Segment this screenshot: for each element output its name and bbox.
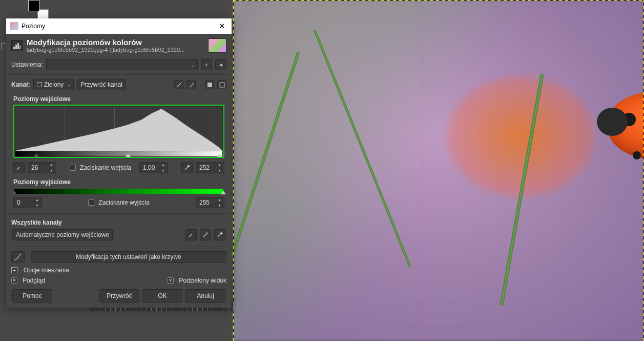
- expand-icon[interactable]: +: [11, 267, 17, 273]
- auto-levels-button[interactable]: Automatyczne poziomy wejściowe: [12, 229, 113, 240]
- channel-select[interactable]: Zielony ⌵: [33, 79, 74, 90]
- dialog-subtitle: ladybug-g1d6fe5b92_1920.jpg-4 ([ladybug-…: [27, 47, 184, 53]
- pick-gray-all[interactable]: [200, 229, 211, 240]
- pick-white-all[interactable]: [214, 229, 225, 240]
- input-high-spin[interactable]: 252▲▼: [196, 162, 224, 173]
- clamp-output-label: Zaciskanie wyjścia: [98, 199, 149, 206]
- output-gradient-bar[interactable]: [14, 189, 223, 194]
- presets-combo[interactable]: ⌵: [46, 59, 198, 70]
- svg-point-9: [206, 232, 208, 234]
- output-high-handle[interactable]: [221, 191, 226, 194]
- svg-rect-3: [19, 46, 20, 49]
- svg-point-8: [192, 232, 194, 234]
- histogram-plot: [15, 107, 222, 151]
- svg-point-7: [188, 165, 190, 167]
- clamp-output-checkbox[interactable]: [88, 199, 94, 206]
- reset-button[interactable]: Przywróć: [99, 289, 139, 303]
- cancel-button[interactable]: Anuluj: [185, 289, 225, 303]
- output-low-spin[interactable]: 0▲▼: [13, 197, 42, 208]
- pick-black-point[interactable]: [13, 162, 25, 173]
- clamp-input-checkbox[interactable]: [70, 165, 76, 171]
- input-low-spin[interactable]: 26▲▼: [28, 162, 56, 173]
- preset-add-button[interactable]: ＋: [201, 59, 212, 70]
- edit-as-curves-button[interactable]: Modyfikacja tych ustawień jako krzywe: [31, 251, 226, 263]
- help-button[interactable]: Pomoc: [12, 289, 52, 303]
- output-low-handle[interactable]: [12, 191, 17, 194]
- image-thumbnail: [208, 38, 226, 53]
- linear-hist-icon[interactable]: [174, 80, 183, 89]
- dialog-heading: Modyfikacja poziomów kolorów: [27, 38, 184, 47]
- svg-point-6: [19, 165, 22, 167]
- input-levels-label: Poziomy wejściowe: [9, 92, 228, 105]
- input-gamma-spin[interactable]: 1,00▲▼: [139, 162, 168, 173]
- ok-button[interactable]: OK: [142, 289, 182, 303]
- channel-value: Zielony: [44, 81, 64, 88]
- input-high-handle[interactable]: [217, 153, 222, 157]
- reset-channel-button[interactable]: Przywróć kanał: [77, 79, 126, 90]
- pick-white-point[interactable]: [181, 162, 193, 173]
- log-hist-icon[interactable]: [186, 80, 196, 89]
- blending-options-label: Opcje mieszania: [24, 267, 69, 274]
- output-high-spin[interactable]: 255▲▼: [196, 197, 224, 208]
- svg-point-10: [220, 232, 222, 234]
- split-view-label: Podzielony widok: [179, 277, 226, 284]
- clamp-input-label: Zaciskanie wejścia: [80, 164, 131, 171]
- output-levels-label: Poziomy wyjściowe: [9, 175, 228, 188]
- all-channels-label: Wszystkie kanały: [9, 216, 228, 228]
- presets-label: Ustawienia:: [11, 61, 43, 68]
- input-gamma-handle[interactable]: [126, 153, 131, 157]
- image-canvas[interactable]: [233, 0, 644, 341]
- input-gradient-bar[interactable]: [15, 151, 222, 156]
- levels-dialog: Poziomy ✕ Modyfikacja poziomów kolorów l…: [6, 18, 232, 308]
- channel-label: Kanał:: [11, 81, 30, 88]
- preset-menu-button[interactable]: ◂: [215, 59, 226, 70]
- color-swatches[interactable]: [28, 0, 49, 21]
- app-icon: [10, 22, 18, 30]
- svg-rect-4: [207, 83, 212, 87]
- curves-icon: [11, 251, 25, 263]
- pick-black-all[interactable]: [185, 229, 197, 240]
- preview-checkbox[interactable]: [11, 277, 17, 284]
- svg-rect-0: [13, 47, 15, 49]
- input-low-handle[interactable]: [34, 153, 39, 157]
- dialog-title: Poziomy: [22, 23, 45, 30]
- canvas-content: [233, 0, 644, 341]
- levels-icon: [11, 40, 23, 51]
- svg-rect-1: [15, 45, 17, 49]
- dialog-titlebar[interactable]: Poziomy ✕: [6, 18, 232, 34]
- preview-label: Podgląd: [23, 277, 45, 284]
- close-button[interactable]: ✕: [216, 21, 227, 32]
- svg-rect-2: [17, 43, 19, 49]
- histogram[interactable]: [13, 105, 224, 158]
- split-view-checkbox[interactable]: [168, 277, 174, 284]
- hist-mode2-icon[interactable]: [217, 80, 226, 89]
- hist-mode1-icon[interactable]: [205, 80, 214, 89]
- fg-color-swatch[interactable]: [28, 0, 39, 11]
- svg-rect-5: [220, 83, 224, 87]
